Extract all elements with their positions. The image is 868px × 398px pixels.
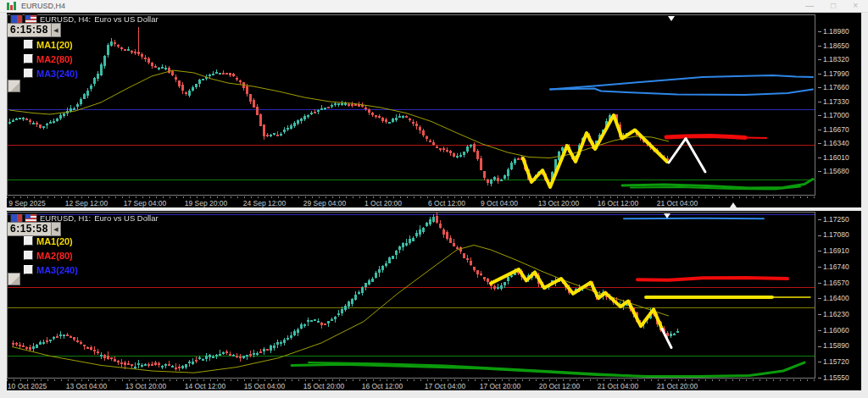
time-tick-label: 15 Oct 20:00 — [292, 382, 356, 390]
price-tick-label: 1.16010 — [818, 153, 849, 162]
price-tick-label: 1.15680 — [818, 167, 849, 175]
minimize-button[interactable]: — — [805, 2, 814, 10]
ma1-checkbox[interactable] — [24, 40, 33, 49]
time-tick-label: 9 Sep 2025 — [0, 199, 59, 207]
time-tick-label: 16 Oct 12:00 — [586, 199, 650, 207]
time-tick-label: 17 Oct 20:00 — [468, 382, 532, 390]
time-tick-label: 10 Oct 2025 — [0, 382, 59, 390]
time-tick-label: 16 Oct 12:00 — [350, 382, 415, 390]
time-tick-label: 21 Oct 04:00 — [645, 199, 709, 207]
ma-legend-row: MA2(80) — [24, 52, 78, 66]
price-tick-label: 1.15550 — [818, 373, 849, 382]
price-tick-label: 1.16910 — [818, 246, 849, 255]
time-tick-label: 13 Oct 20:00 — [526, 199, 591, 207]
eu-flag-icon — [11, 15, 22, 24]
ma3-checkbox[interactable] — [24, 265, 33, 274]
price-tick-label: 1.15890 — [818, 341, 849, 350]
price-chart-canvas-h4[interactable] — [7, 14, 815, 196]
ma1-checkbox[interactable] — [24, 236, 33, 246]
time-tick-label: 15 Oct 04:00 — [232, 382, 297, 390]
time-tick-label: 13 Oct 04:00 — [54, 382, 119, 390]
price-tick-label: 1.17990 — [818, 69, 849, 78]
time-tick-label: 24 Sep 12:00 — [232, 199, 297, 207]
timer-speaker-icon[interactable]: ◀ — [52, 23, 61, 37]
ma-legend: MA1(20) MA2(80) MA3(240) — [24, 234, 78, 277]
us-flag-icon — [25, 214, 36, 223]
chart-description-label: Euro vs US Dollar — [94, 14, 159, 24]
price-tick-label: 1.18980 — [818, 27, 849, 36]
price-tick-label: 1.16340 — [818, 139, 849, 147]
price-tick-label: 1.16060 — [818, 326, 849, 334]
ma3-label: MA3(240) — [36, 69, 78, 79]
ma1-label: MA1(20) — [36, 40, 73, 50]
price-axis: 1.172501.170801.169101.167401.165701.164… — [815, 211, 861, 390]
window-title: EURUSD,H4 — [21, 2, 65, 10]
ma-legend-row: MA1(20) — [24, 234, 78, 248]
time-tick-label: 17 Sep 04:00 — [113, 199, 177, 207]
ma-legend-row: MA2(80) — [24, 248, 78, 263]
ma2-label: MA2(80) — [36, 251, 73, 261]
time-tick-label: 19 Sep 20:00 — [174, 199, 238, 207]
price-tick-label: 1.17000 — [818, 111, 849, 119]
ma-legend: MA1(20) MA2(80) MA3(240) — [24, 37, 78, 80]
chart-tool-icon[interactable] — [8, 80, 20, 92]
time-tick-label: 1 Oct 20:00 — [351, 199, 415, 207]
ma3-label: MA3(240) — [36, 265, 78, 275]
time-tick-label: 12 Sep 12:00 — [54, 199, 119, 207]
maximize-button[interactable]: □ — [831, 2, 836, 10]
ma2-label: MA2(80) — [36, 54, 73, 64]
time-tick-label: 9 Oct 04:00 — [467, 199, 531, 207]
ma1-label: MA1(20) — [36, 236, 73, 246]
axis-marker-triangle — [730, 202, 737, 207]
time-axis: 9 Sep 202512 Sep 12:0017 Sep 04:0019 Sep… — [7, 196, 815, 207]
chart-tool-icon[interactable] — [8, 273, 20, 285]
ma-legend-row: MA1(20) — [24, 37, 78, 52]
ma-legend-row: MA3(240) — [24, 66, 78, 80]
ma2-checkbox[interactable] — [24, 54, 33, 64]
time-tick-label: 29 Sep 04:00 — [292, 199, 357, 207]
price-tick-label: 1.16570 — [818, 279, 849, 287]
us-flag-icon — [25, 15, 36, 24]
chart-panel-h1: EURUSD, H1: Euro vs US Dollar 6:15:58 ◀ … — [7, 211, 861, 390]
time-tick-label: 21 Oct 04:00 — [586, 382, 650, 390]
price-tick-label: 1.17250 — [818, 215, 849, 224]
price-tick-label: 1.17080 — [818, 230, 849, 239]
price-tick-label: 1.17660 — [818, 83, 849, 91]
price-tick-label: 1.16400 — [818, 294, 849, 302]
ma-legend-row: MA3(240) — [24, 263, 78, 277]
chart-panel-h4: EURUSD, H4: Euro vs US Dollar 6:15:58 ◀ … — [7, 12, 861, 207]
eu-flag-icon — [11, 214, 22, 223]
price-chart-canvas-h1[interactable] — [7, 212, 815, 379]
time-axis: 10 Oct 202513 Oct 04:0013 Oct 20:0014 Oc… — [7, 379, 815, 390]
price-axis: 1.189801.186501.183201.179901.176601.173… — [815, 12, 861, 207]
candle-timer[interactable]: 6:15:58 ◀ — [7, 23, 61, 37]
time-tick-label: 14 Oct 12:00 — [173, 382, 237, 390]
time-tick-label: 20 Oct 12:00 — [527, 382, 592, 390]
close-button[interactable]: × — [853, 2, 858, 10]
price-tick-label: 1.17330 — [818, 97, 849, 106]
chart-description-label: Euro vs US Dollar — [94, 213, 159, 223]
app-icon — [7, 2, 16, 10]
price-tick-label: 1.18650 — [818, 41, 849, 50]
window-titlebar[interactable]: EURUSD,H4 — □ × — [0, 0, 868, 13]
ma3-checkbox[interactable] — [24, 69, 33, 78]
time-tick-label: 21 Oct 20:00 — [645, 382, 709, 390]
price-tick-label: 1.16230 — [818, 310, 849, 318]
time-tick-label: 13 Oct 20:00 — [114, 382, 178, 390]
price-tick-label: 1.16670 — [818, 125, 849, 134]
candle-timer-value: 6:15:58 — [7, 23, 52, 37]
price-tick-label: 1.18320 — [818, 55, 849, 64]
ma2-checkbox[interactable] — [24, 251, 33, 260]
price-tick-label: 1.15720 — [818, 357, 849, 366]
price-tick-label: 1.16740 — [818, 263, 849, 271]
